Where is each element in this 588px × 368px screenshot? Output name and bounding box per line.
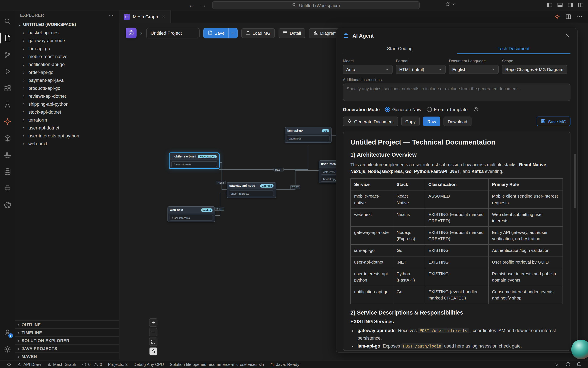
tab-start-coding[interactable]: Start Coding <box>343 43 457 54</box>
save-dropdown-icon[interactable] <box>228 28 237 38</box>
back-button[interactable]: ← <box>189 2 194 8</box>
tree-item-mobile-react-native[interactable]: ›mobile-react-native <box>15 52 119 60</box>
zoom-out-button[interactable] <box>149 328 157 336</box>
customize-layout-icon[interactable] <box>578 2 584 8</box>
status-solution-file-opened-ecommerce[interactable]: Solution file opened: ecommerce-microser… <box>167 360 267 368</box>
activity-account-icon[interactable]: 1 <box>0 324 15 341</box>
document-preview[interactable]: Untitled Project — Technical Documentati… <box>343 132 570 351</box>
activity-extensions-icon[interactable] <box>0 80 15 96</box>
tab-mesh-graph[interactable]: Mesh Graph <box>119 10 171 23</box>
sidebar-section-java-projects[interactable]: ›JAVA PROJECTS <box>15 344 119 352</box>
command-center[interactable]: Untitled (Workspace) <box>212 1 420 9</box>
node-gateway-api-node[interactable]: gateway-api-nodeExpress/user-interests <box>227 182 276 198</box>
toggle-secondary-sidebar-icon[interactable] <box>568 2 573 8</box>
toggle-panel-icon[interactable] <box>557 2 563 8</box>
workspace-switcher[interactable] <box>445 2 456 7</box>
toggle-primary-sidebar-icon[interactable] <box>547 2 552 8</box>
node-mobile-react-native[interactable]: mobile-react-nativeReact Native/user-int… <box>169 153 219 169</box>
status-api-draw[interactable]: API Draw <box>14 360 44 368</box>
tree-item-shipping-api-python[interactable]: ›shipping-api-python <box>15 100 119 108</box>
tree-item-reviews-api-dotnet[interactable]: ›reviews-api-dotnet <box>15 92 119 100</box>
status-remote[interactable] <box>4 360 14 368</box>
chevron-down-icon <box>438 67 442 71</box>
radio-generate-now[interactable]: Generate Now <box>385 107 421 112</box>
activity-github-icon[interactable] <box>0 197 15 213</box>
status-debug-any-cpu[interactable]: Debug Any CPU <box>130 360 167 368</box>
copilot-sparkle-icon[interactable] <box>554 14 560 20</box>
save-mg-button[interactable]: Save MG <box>537 117 570 126</box>
zoom-in-button[interactable] <box>149 318 157 327</box>
panel-close-icon[interactable] <box>565 33 570 38</box>
node-web-next[interactable]: web-nextNext.js/user-interests <box>167 206 215 222</box>
sidebar-section-maven[interactable]: ›MAVEN <box>15 352 119 360</box>
detail-button[interactable]: Detail <box>279 28 305 38</box>
activity-source-control-icon[interactable] <box>0 46 15 63</box>
forward-button[interactable]: → <box>201 2 206 8</box>
status-mesh-graph[interactable]: Mesh Graph <box>44 360 79 368</box>
activity-printer-icon[interactable] <box>0 180 15 197</box>
document-language-select[interactable]: English <box>449 65 499 74</box>
signal-icon[interactable] <box>552 362 562 367</box>
chevron-right-icon: › <box>18 322 19 327</box>
tree-item-products-api-go[interactable]: ›products-api-go <box>15 84 119 92</box>
tree-item-user-api-dotnet[interactable]: ›user-api-dotnet <box>15 124 119 132</box>
tree-item-stock-api-dotnet[interactable]: ›stock-api-dotnet <box>15 108 119 116</box>
activity-database-icon[interactable] <box>0 163 15 180</box>
activity-testing-icon[interactable] <box>0 96 15 113</box>
workspace-root-item[interactable]: ⌄ UNTITLED (WORKSPACE) <box>15 20 119 28</box>
additional-instructions-input[interactable] <box>343 83 570 101</box>
tree-item-user-interests-api-python[interactable]: ›user-interests-api-python <box>15 132 119 139</box>
remote-icon <box>7 362 11 367</box>
download-button[interactable]: Download <box>443 117 471 126</box>
notifications-icon[interactable] <box>573 362 584 367</box>
copy-button[interactable]: Copy <box>401 117 420 126</box>
activity-run-debug-icon[interactable] <box>0 63 15 80</box>
generate-document-button[interactable]: Generate Document <box>343 117 398 126</box>
load-mg-button[interactable]: Load MG <box>241 28 275 38</box>
activity-copilot-sparkle-icon[interactable] <box>0 113 15 130</box>
tree-item-gateway-api-node[interactable]: ›gateway-api-node <box>15 36 119 44</box>
tree-item-iam-api-go[interactable]: ›iam-api-go <box>15 44 119 52</box>
activity-explorer-icon[interactable] <box>0 30 15 46</box>
tree-item-order-api-go[interactable]: ›order-api-go <box>15 68 119 76</box>
expand-panel-icon[interactable]: › <box>140 30 142 36</box>
node-iam-api-go[interactable]: iam-api-goGo/auth/login <box>285 127 332 143</box>
tree-item-notification-api-go[interactable]: ›notification-api-go <box>15 60 119 68</box>
save-button[interactable]: Save <box>203 28 237 38</box>
format-select[interactable]: HTML (.html) <box>396 65 446 74</box>
help-icon[interactable] <box>473 107 478 112</box>
lock-button[interactable] <box>149 347 157 356</box>
tree-item-terraform[interactable]: ›terraform <box>15 116 119 124</box>
activity-package-icon[interactable] <box>0 130 15 147</box>
explorer-more-icon[interactable]: ⋯ <box>108 12 114 18</box>
tree-item-web-next[interactable]: ›web-next <box>15 139 119 147</box>
activity-search-icon[interactable] <box>0 13 15 30</box>
raw-button[interactable]: Raw <box>423 117 440 126</box>
sidebar-section-outline[interactable]: ›OUTLINE <box>15 320 119 328</box>
tab-tech-document[interactable]: Tech Document <box>457 43 570 54</box>
tree-item-payment-api-java[interactable]: ›payment-api-java <box>15 76 119 84</box>
tree-item-basket-api-nest[interactable]: ›basket-api-nest <box>15 28 119 36</box>
scope-select[interactable]: Repo Changes + MG Diagram <box>502 65 567 74</box>
model-select[interactable]: Auto <box>343 65 393 74</box>
account-badge: 1 <box>8 333 13 338</box>
chevron-right-icon: › <box>23 62 26 67</box>
coffee-icon <box>270 362 274 367</box>
fit-view-button[interactable] <box>149 338 157 346</box>
activity-settings-gear-icon[interactable] <box>0 341 15 358</box>
radio-from-a-template[interactable]: From a Template <box>427 107 468 112</box>
tab-close-icon[interactable] <box>161 14 166 19</box>
panel-scrollbar[interactable] <box>574 154 576 208</box>
ellipsis-icon[interactable] <box>577 14 583 20</box>
explorer-sidebar: EXPLORER ⋯ ⌄ UNTITLED (WORKSPACE) ›baske… <box>15 10 119 360</box>
sidebar-section-solution-explorer[interactable]: ›SOLUTION EXPLORER <box>15 336 119 344</box>
project-name-input[interactable]: Untitled Project <box>146 28 199 38</box>
split-editor-icon[interactable] <box>565 14 571 20</box>
problems-status[interactable]: 00 <box>79 360 105 368</box>
feedback-icon[interactable] <box>562 362 573 367</box>
status-java-ready[interactable]: Java: Ready <box>267 360 302 368</box>
sidebar-section-timeline[interactable]: ›TIMELINE <box>15 328 119 336</box>
generation-mode-label: Generation Mode <box>343 107 380 112</box>
status-projects-3[interactable]: Projects: 3 <box>105 360 131 368</box>
activity-docker-icon[interactable] <box>0 147 15 163</box>
